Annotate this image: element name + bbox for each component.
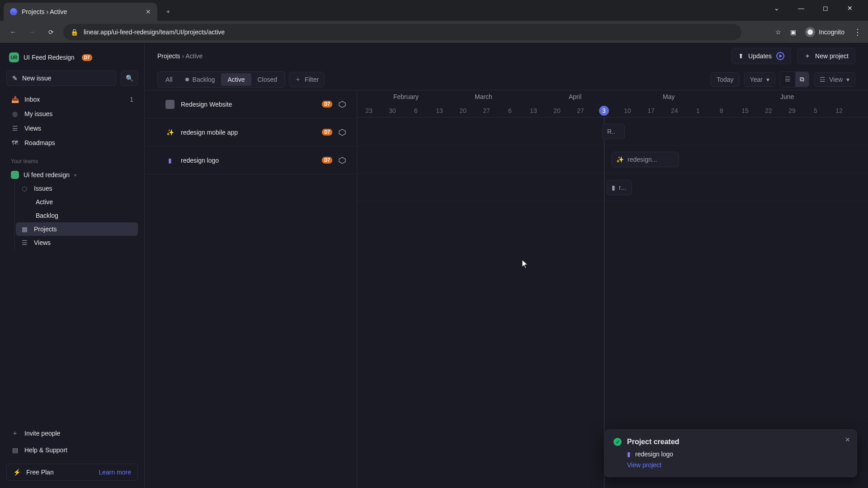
updates-button[interactable]: ⬆ Updates bbox=[731, 48, 791, 64]
day-cell[interactable]: 5 bbox=[804, 104, 827, 117]
day-cell[interactable]: 20 bbox=[451, 104, 475, 117]
filter-button[interactable]: ＋ Filter bbox=[289, 72, 325, 87]
file-icon: ▮ bbox=[627, 450, 631, 458]
nav-back-icon[interactable]: ← bbox=[6, 28, 20, 36]
window-minimize-icon[interactable]: ― bbox=[795, 5, 807, 12]
project-badge: D7 bbox=[322, 101, 332, 108]
tab-close-icon[interactable]: ✕ bbox=[146, 8, 151, 15]
tab-closed[interactable]: Closed bbox=[251, 73, 284, 86]
chip-label: redesign... bbox=[627, 156, 657, 163]
workspace-switcher[interactable]: UR UI Feed Redesign D7 bbox=[6, 51, 138, 64]
tab-backlog[interactable]: Backlog bbox=[179, 73, 222, 86]
timeline-chip[interactable]: R.. bbox=[602, 124, 625, 139]
view-options-button[interactable]: ☲ View ▾ bbox=[814, 72, 855, 87]
project-row[interactable]: Redesign WebsiteD7 bbox=[145, 90, 357, 118]
nav-views[interactable]: ☰ Views bbox=[6, 121, 138, 136]
team-row[interactable]: Ui feed redesign ▾ bbox=[6, 168, 138, 182]
workspace-avatar: UR bbox=[9, 52, 19, 62]
breadcrumb-root[interactable]: Projects bbox=[157, 52, 180, 60]
month-label: March bbox=[475, 90, 569, 104]
nav-inbox[interactable]: 📥 Inbox 1 bbox=[6, 92, 138, 107]
tab-all[interactable]: All bbox=[159, 73, 179, 86]
day-cell[interactable]: 15 bbox=[733, 104, 757, 117]
day-cell[interactable]: 27 bbox=[569, 104, 592, 117]
address-bar[interactable]: 🔒 linear.app/ui-feed-redesign/team/UI/pr… bbox=[63, 24, 741, 40]
day-cell[interactable]: 24 bbox=[663, 104, 686, 117]
sparkles-icon: ✨ bbox=[165, 128, 175, 137]
status-hexagon-icon[interactable] bbox=[339, 157, 346, 164]
bookmark-star-icon[interactable]: ☆ bbox=[775, 28, 781, 36]
tree-issues[interactable]: ◌ Issues bbox=[16, 182, 138, 195]
timeline-layout-icon[interactable]: ⧉ bbox=[795, 72, 809, 87]
timeline[interactable]: FebruaryMarchAprilMayJune 23306132027613… bbox=[357, 90, 868, 488]
day-cell[interactable]: 1 bbox=[686, 104, 710, 117]
day-cell[interactable]: 8 bbox=[710, 104, 733, 117]
sidebar: UR UI Feed Redesign D7 ✎ New issue 🔍 📥 I… bbox=[0, 43, 145, 488]
window-maximize-icon[interactable]: ◻ bbox=[819, 5, 832, 12]
day-cell[interactable]: 30 bbox=[381, 104, 404, 117]
timeline-chip[interactable]: ✨redesign... bbox=[611, 152, 679, 167]
tab-active[interactable]: Active bbox=[221, 73, 251, 86]
browser-tab[interactable]: Projects › Active ✕ bbox=[4, 3, 157, 21]
issues-icon: ◌ bbox=[20, 185, 28, 192]
list-layout-icon[interactable]: ☰ bbox=[780, 72, 795, 87]
day-cell[interactable]: 3 bbox=[592, 104, 616, 117]
nav-reload-icon[interactable]: ⟳ bbox=[44, 28, 58, 36]
toast-close-icon[interactable]: ✕ bbox=[845, 436, 850, 443]
search-button[interactable]: 🔍 bbox=[121, 70, 138, 86]
new-issue-label: New issue bbox=[22, 75, 52, 82]
extensions-icon[interactable]: ▣ bbox=[790, 28, 796, 36]
new-tab-button[interactable]: ＋ bbox=[162, 5, 175, 18]
today-button[interactable]: Today bbox=[711, 72, 739, 87]
day-cell[interactable]: 22 bbox=[757, 104, 780, 117]
learn-more-link[interactable]: Learn more bbox=[99, 469, 131, 476]
day-cell[interactable]: 6 bbox=[404, 104, 428, 117]
svg-marker-1 bbox=[339, 129, 345, 136]
nav-roadmaps[interactable]: 🗺 Roadmaps bbox=[6, 136, 138, 150]
nav-views-label: Views bbox=[24, 125, 41, 132]
status-hexagon-icon[interactable] bbox=[339, 101, 346, 108]
tree-issues-active[interactable]: Active bbox=[31, 195, 138, 209]
search-icon: 🔍 bbox=[126, 75, 133, 82]
incognito-indicator[interactable]: Incognito bbox=[805, 27, 844, 37]
day-cell[interactable]: 13 bbox=[428, 104, 451, 117]
status-hexagon-icon[interactable] bbox=[339, 129, 346, 136]
tree-projects[interactable]: ▦ Projects bbox=[16, 222, 138, 236]
new-project-button[interactable]: ＋ New project bbox=[797, 48, 855, 64]
main-panel: Projects › Active ⬆ Updates ＋ New projec… bbox=[145, 43, 868, 488]
project-row[interactable]: ▮redesign logoD7 bbox=[145, 146, 357, 174]
bolt-icon: ⚡ bbox=[13, 469, 21, 476]
nav-my-issues[interactable]: ◎ My issues bbox=[6, 107, 138, 121]
toast-view-project-link[interactable]: View project bbox=[627, 461, 848, 469]
tree-views[interactable]: ☰ Views bbox=[16, 236, 138, 249]
day-cell[interactable]: 12 bbox=[827, 104, 851, 117]
plan-label: Free Plan bbox=[26, 469, 54, 476]
day-cell[interactable]: 20 bbox=[545, 104, 569, 117]
day-cell[interactable]: 29 bbox=[780, 104, 804, 117]
day-cell[interactable]: 17 bbox=[639, 104, 663, 117]
toast-title: Project created bbox=[627, 438, 679, 446]
success-check-icon bbox=[613, 438, 622, 446]
invite-people[interactable]: ＋ Invite people bbox=[6, 426, 138, 441]
new-issue-button[interactable]: ✎ New issue bbox=[6, 70, 116, 86]
project-row[interactable]: ✨redesign mobile appD7 bbox=[145, 118, 357, 146]
chrome-menu-icon[interactable]: ⋮ bbox=[854, 27, 862, 37]
project-name: redesign logo bbox=[181, 157, 316, 164]
help-support[interactable]: ▤ Help & Support bbox=[6, 443, 138, 457]
project-badge: D7 bbox=[322, 157, 332, 164]
day-cell[interactable]: 6 bbox=[498, 104, 522, 117]
window-close-icon[interactable]: ✕ bbox=[844, 5, 856, 12]
month-label: April bbox=[569, 90, 663, 104]
grid-icon bbox=[165, 100, 175, 109]
day-cell[interactable]: 27 bbox=[475, 104, 498, 117]
tree-issues-backlog[interactable]: Backlog bbox=[31, 209, 138, 222]
map-icon: 🗺 bbox=[11, 139, 19, 146]
target-icon: ◎ bbox=[11, 110, 19, 117]
day-cell[interactable]: 23 bbox=[357, 104, 381, 117]
day-cell[interactable]: 10 bbox=[616, 104, 639, 117]
range-selector[interactable]: Year▾ bbox=[744, 72, 775, 87]
timeline-chip[interactable]: ▮r... bbox=[607, 180, 632, 195]
tabs-dropdown-icon[interactable]: ⌄ bbox=[770, 5, 783, 12]
day-cell[interactable]: 13 bbox=[522, 104, 545, 117]
breadcrumb: Projects › Active bbox=[157, 52, 203, 60]
